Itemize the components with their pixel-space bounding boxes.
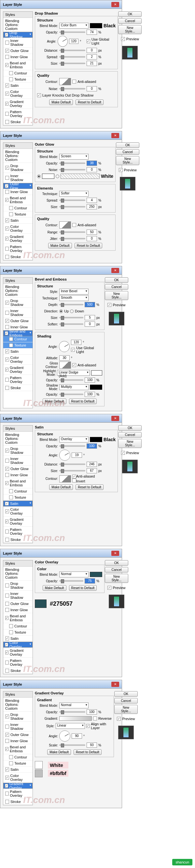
style-item-bevel-and-emboss[interactable]: Bevel and Emboss: [3, 60, 32, 70]
style-checkbox[interactable]: [5, 112, 9, 116]
style-item-color-overlay[interactable]: Color Overlay: [3, 355, 32, 365]
style-checkbox[interactable]: [5, 63, 8, 67]
style-item-contour[interactable]: Contour: [3, 205, 32, 211]
style-checkbox[interactable]: [5, 594, 9, 597]
style-checkbox[interactable]: [5, 520, 8, 523]
anti-alias-checkbox[interactable]: [72, 363, 76, 367]
style-checkbox[interactable]: [5, 120, 9, 124]
style-item-bevel-and-emboss[interactable]: Bevel and Emboss: [3, 330, 32, 336]
preview-checkbox[interactable]: [121, 451, 125, 455]
style-item-outer-glow[interactable]: Outer Glow: [3, 732, 32, 738]
angle-input[interactable]: 19: [72, 453, 82, 458]
style-item-color-overlay[interactable]: Color Overlay: [3, 642, 32, 648]
angle-dial[interactable]: [58, 36, 68, 47]
style-item-inner-shadow[interactable]: Inner Shadow: [3, 173, 32, 183]
style-item-drop-shadow[interactable]: Drop Shadow: [3, 712, 32, 722]
style-checkbox[interactable]: [5, 473, 9, 477]
style-select[interactable]: Inner Bevel: [59, 289, 88, 294]
style-checkbox[interactable]: [5, 784, 8, 788]
style-checkbox[interactable]: [5, 715, 9, 718]
style-item-outer-glow[interactable]: Outer Glow: [3, 601, 32, 607]
slider[interactable]: [59, 464, 85, 465]
slider[interactable]: [59, 379, 83, 381]
style-item-contour[interactable]: Contour: [3, 623, 32, 629]
style-checkbox[interactable]: [5, 530, 9, 533]
style-checkbox[interactable]: [5, 448, 9, 453]
style-item-gradient-overlay[interactable]: Gradient Overlay: [3, 648, 32, 658]
style-checkbox[interactable]: [9, 755, 13, 759]
color-swatch[interactable]: [90, 437, 102, 442]
style-item-outer-glow[interactable]: Outer Glow: [3, 466, 32, 472]
cancel-button[interactable]: Cancel: [114, 698, 138, 704]
preview-checkbox[interactable]: [107, 586, 111, 590]
style-checkbox[interactable]: [5, 602, 9, 606]
style-checkbox[interactable]: [5, 41, 9, 44]
blend-mode-select[interactable]: Normal: [59, 571, 88, 577]
angle-input[interactable]: 90: [72, 734, 82, 739]
style-item-gradient-overlay[interactable]: Gradient Overlay: [3, 365, 32, 375]
style-item-drop-shadow[interactable]: Drop Shadow: [3, 32, 32, 38]
slider[interactable]: [59, 711, 85, 713]
style-item-texture[interactable]: Texture: [3, 342, 32, 348]
style-checkbox[interactable]: [5, 660, 9, 664]
style-checkbox[interactable]: [5, 608, 9, 612]
global-light-checkbox[interactable]: [71, 348, 75, 352]
anti-alias-checkbox[interactable]: [72, 80, 76, 84]
preview-checkbox[interactable]: [117, 717, 121, 721]
ok-button[interactable]: OK: [116, 143, 139, 148]
ok-button[interactable]: OK: [118, 11, 142, 17]
style-item-gradient-overlay[interactable]: Gradient Overlay: [3, 234, 32, 244]
style-checkbox[interactable]: [5, 467, 9, 471]
blending-options[interactable]: Blending Options: Custom: [3, 18, 32, 32]
style-checkbox[interactable]: [5, 776, 9, 780]
style-item-gradient-overlay[interactable]: Gradient Overlay: [3, 783, 32, 789]
style-item-pattern-overlay[interactable]: Pattern Overlay: [3, 375, 32, 385]
style-item-texture[interactable]: Texture: [3, 76, 32, 83]
preview-checkbox[interactable]: [121, 37, 125, 41]
style-item-satin[interactable]: Satin: [3, 217, 32, 224]
jitter-input[interactable]: 0: [87, 236, 97, 241]
invert-checkbox[interactable]: [72, 478, 76, 483]
highlight-color[interactable]: [91, 370, 102, 375]
style-checkbox[interactable]: [5, 237, 8, 241]
style-checkbox[interactable]: [5, 800, 9, 804]
ok-button[interactable]: OK: [114, 691, 138, 697]
close-icon[interactable]: ✕: [111, 133, 119, 138]
style-checkbox[interactable]: [5, 386, 9, 390]
anti-alias-checkbox[interactable]: [72, 475, 76, 478]
style-checkbox[interactable]: [5, 311, 9, 315]
style-checkbox[interactable]: [5, 218, 9, 222]
style-checkbox[interactable]: [5, 459, 9, 463]
style-item-contour[interactable]: Contour: [3, 70, 32, 76]
style-checkbox[interactable]: [5, 166, 9, 170]
dir-down-radio[interactable]: [70, 309, 74, 313]
titlebar[interactable]: Layer Style✕: [0, 414, 122, 423]
style-item-inner-glow[interactable]: Inner Glow: [3, 738, 32, 744]
slider[interactable]: [59, 199, 85, 201]
cancel-button[interactable]: Cancel: [105, 567, 128, 572]
style-item-gradient-overlay[interactable]: Gradient Overlay: [3, 99, 32, 109]
style-item-outer-glow[interactable]: Outer Glow: [3, 48, 32, 54]
titlebar[interactable]: Layer Style✕: [0, 0, 122, 9]
style-item-inner-shadow[interactable]: Inner Shadow: [3, 722, 32, 732]
style-checkbox[interactable]: [5, 733, 9, 737]
style-item-satin[interactable]: Satin: [3, 83, 32, 89]
close-icon[interactable]: ✕: [111, 268, 119, 273]
slider[interactable]: [59, 162, 85, 164]
cancel-button[interactable]: Cancel: [118, 18, 142, 24]
angle-input[interactable]: 120: [69, 39, 79, 44]
range-input[interactable]: 50: [87, 229, 97, 235]
style-checkbox[interactable]: [5, 651, 8, 654]
style-checkbox[interactable]: [5, 538, 9, 541]
style-checkbox[interactable]: [5, 84, 9, 88]
technique-select[interactable]: Softer: [59, 191, 88, 197]
style-checkbox[interactable]: [5, 325, 9, 329]
style-item-bevel-and-emboss[interactable]: Bevel and Emboss: [3, 195, 32, 205]
opacity-input[interactable]: 38: [87, 161, 97, 166]
close-icon[interactable]: ✕: [111, 551, 119, 556]
angle-dial[interactable]: [59, 731, 70, 742]
slider[interactable]: [59, 744, 85, 746]
style-checkbox[interactable]: [5, 584, 9, 587]
highlight-mode-select[interactable]: Linear Dodge (Add): [57, 370, 89, 376]
opacity-input[interactable]: 75: [85, 578, 95, 584]
